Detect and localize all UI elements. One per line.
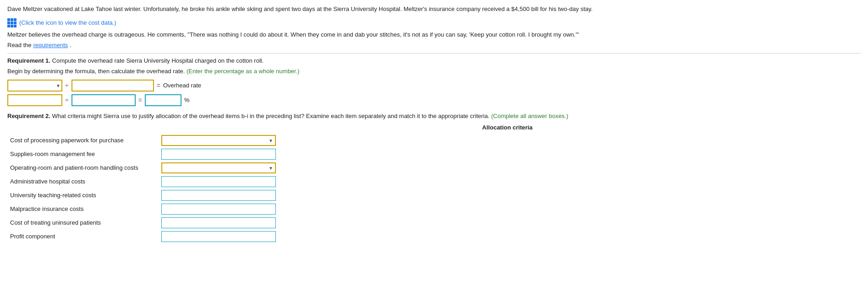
- requirements-link[interactable]: requirements: [33, 42, 68, 48]
- req1-text: Compute the overhead rate Sierra Univers…: [52, 57, 264, 64]
- operator-equals-2: =: [138, 97, 142, 104]
- alloc-item-label: Cost of treating uninsured patients: [7, 216, 159, 230]
- operator-divide-2: ÷: [65, 97, 69, 104]
- alloc-row: Cost of processing paperwork for purchas…: [7, 134, 282, 147]
- read-requirements-line: Read the requirements .: [7, 42, 861, 48]
- read-prefix: Read the: [7, 42, 33, 48]
- req1-heading-line: Requirement 1. Compute the overhead rate…: [7, 57, 861, 64]
- alloc-item-input-cell: [159, 189, 282, 202]
- icon-link-text: (Click the icon to view the cost data.): [19, 19, 116, 26]
- alloc-item-label: Supplies-room management fee: [7, 147, 159, 161]
- section-divider: [7, 53, 861, 54]
- req1-bold: Requirement 1.: [7, 57, 50, 64]
- alloc-row: Profit component: [7, 230, 282, 243]
- allocation-table: Cost of processing paperwork for purchas…: [7, 134, 282, 243]
- alloc-text-input[interactable]: [161, 204, 276, 215]
- operator-equals-1: =: [157, 82, 160, 89]
- allocation-header: Allocation criteria: [154, 124, 861, 131]
- alloc-row: Malpractice insurance costs: [7, 202, 282, 216]
- formula-dropdown[interactable]: Overhead costs Direct costs Total costs …: [7, 80, 62, 92]
- alloc-dropdown[interactable]: Cause and effectBenefits receivedReasona…: [161, 162, 276, 173]
- cost-data-icon-link[interactable]: (Click the icon to view the cost data.): [7, 18, 116, 27]
- allocation-section: Allocation criteria Cost of processing p…: [7, 124, 861, 243]
- alloc-row: Supplies-room management fee: [7, 147, 282, 161]
- alloc-item-input-cell: [159, 147, 282, 161]
- alloc-text-input[interactable]: [161, 176, 276, 187]
- alloc-row: Cost of treating uninsured patients: [7, 216, 282, 230]
- alloc-item-label: Profit component: [7, 230, 159, 243]
- story-line2: Meltzer believes the overhead charge is …: [7, 30, 861, 39]
- alloc-item-label: Malpractice insurance costs: [7, 202, 159, 216]
- alloc-item-label: Cost of processing paperwork for purchas…: [7, 134, 159, 147]
- grid-icon: [7, 18, 16, 27]
- alloc-item-input-cell: Cause and effectBenefits receivedReasona…: [159, 161, 282, 175]
- alloc-text-input[interactable]: [161, 217, 276, 228]
- formula-input-numerator[interactable]: [7, 94, 62, 106]
- alloc-select-wrapper: Cause and effectBenefits receivedReasona…: [161, 135, 276, 146]
- requirement-2-block: Requirement 2. What criteria might Sierr…: [7, 113, 861, 243]
- formula-input-divisor[interactable]: [71, 80, 154, 92]
- alloc-row: Administrative hospital costs: [7, 175, 282, 189]
- formula-row-2: ÷ = %: [7, 94, 861, 106]
- req1-sub: Begin by determining the formula, then c…: [7, 68, 185, 75]
- req2-bold: Requirement 2.: [7, 113, 50, 119]
- alloc-row: University teaching-related costs: [7, 189, 282, 202]
- req1-green-note: (Enter the percentage as a whole number.…: [187, 68, 299, 75]
- req2-heading-line: Requirement 2. What criteria might Sierr…: [7, 113, 861, 119]
- req2-text: What criteria might Sierra use to justif…: [52, 113, 490, 119]
- alloc-item-label: Operating-room and patient-room handling…: [7, 161, 159, 175]
- req1-subtext: Begin by determining the formula, then c…: [7, 67, 861, 76]
- alloc-item-input-cell: [159, 175, 282, 189]
- overhead-rate-label: Overhead rate: [163, 82, 201, 89]
- requirement-1-block: Requirement 1. Compute the overhead rate…: [7, 57, 861, 106]
- operator-divide-1: ÷: [65, 82, 69, 89]
- alloc-select-wrapper: Cause and effectBenefits receivedReasona…: [161, 162, 276, 173]
- alloc-item-label: Administrative hospital costs: [7, 175, 159, 189]
- formula-input-denominator[interactable]: [71, 94, 136, 106]
- alloc-text-input[interactable]: [161, 190, 276, 201]
- alloc-item-input-cell: [159, 230, 282, 243]
- alloc-item-input-cell: [159, 216, 282, 230]
- req2-green-note: (Complete all answer boxes.): [491, 113, 568, 119]
- formula-row-1: Overhead costs Direct costs Total costs …: [7, 80, 861, 92]
- alloc-item-label: University teaching-related costs: [7, 189, 159, 202]
- read-suffix: .: [70, 42, 71, 48]
- alloc-row: Operating-room and patient-room handling…: [7, 161, 282, 175]
- alloc-text-input[interactable]: [161, 231, 276, 242]
- alloc-dropdown[interactable]: Cause and effectBenefits receivedReasona…: [161, 135, 276, 146]
- alloc-text-input[interactable]: [161, 149, 276, 160]
- formula-result-input[interactable]: [145, 94, 181, 106]
- alloc-item-input-cell: [159, 202, 282, 216]
- alloc-item-input-cell: Cause and effectBenefits receivedReasona…: [159, 134, 282, 147]
- formula-dropdown-wrapper: Overhead costs Direct costs Total costs …: [7, 80, 62, 92]
- story-line1: Dave Meltzer vacationed at Lake Tahoe la…: [7, 5, 861, 14]
- percent-sign: %: [184, 97, 190, 103]
